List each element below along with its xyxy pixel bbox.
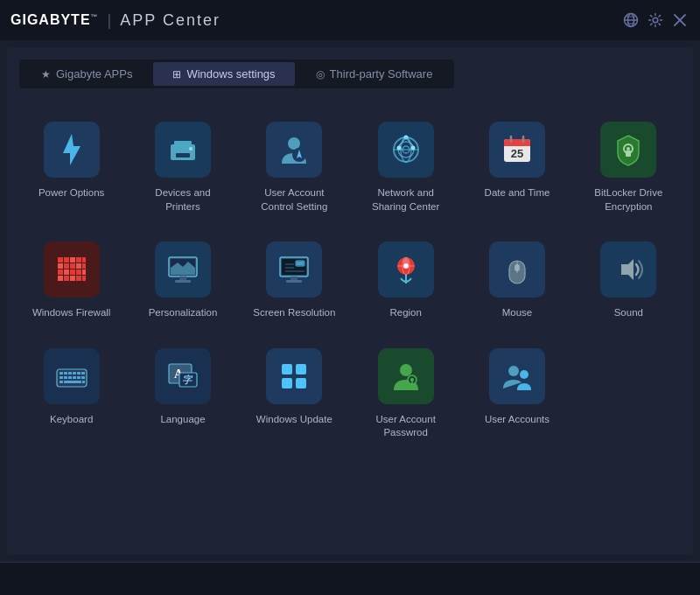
svg-rect-95 xyxy=(64,381,81,383)
bitlocker-icon xyxy=(600,122,656,178)
settings-button[interactable] xyxy=(646,10,665,30)
network-label: Network and Sharing Center xyxy=(360,186,451,214)
svg-rect-85 xyxy=(73,372,76,374)
icon-power-options[interactable]: Power Options xyxy=(19,109,123,222)
svg-rect-10 xyxy=(174,141,192,146)
title-divider: | xyxy=(108,11,112,30)
star-icon: ★ xyxy=(41,68,51,80)
icon-screen-resolution[interactable]: Screen Resolution xyxy=(242,229,346,329)
svg-rect-44 xyxy=(82,263,86,269)
devices-printers-icon xyxy=(155,122,211,178)
icon-windows-firewall[interactable]: Windows Firewall xyxy=(19,229,123,329)
icon-personalization[interactable]: Personalization xyxy=(130,229,234,329)
icon-user-accounts[interactable]: User Accounts xyxy=(465,336,569,449)
region-label: Region xyxy=(389,306,421,320)
useraccount-icon xyxy=(489,348,545,404)
svg-rect-78 xyxy=(514,264,520,271)
svg-point-12 xyxy=(189,147,192,150)
svg-point-5 xyxy=(653,18,658,23)
keyboard-label: Keyboard xyxy=(50,413,93,427)
svg-rect-28 xyxy=(504,144,530,146)
screen-resolution-label: Screen Resolution xyxy=(253,306,335,320)
svg-rect-104 xyxy=(296,364,306,374)
power-options-label: Power Options xyxy=(38,186,104,200)
personalization-icon xyxy=(155,242,211,298)
titlebar: GIGABYTE™ | APP Center xyxy=(0,0,700,40)
icon-region[interactable]: Region xyxy=(354,229,458,329)
icon-language[interactable]: A 字 Language xyxy=(130,336,234,449)
svg-rect-82 xyxy=(60,372,63,374)
svg-rect-48 xyxy=(76,270,81,275)
titlebar-controls xyxy=(621,10,690,30)
svg-rect-84 xyxy=(68,372,72,374)
mouse-label: Mouse xyxy=(502,306,533,320)
firewall-icon xyxy=(44,242,100,298)
svg-rect-47 xyxy=(70,270,75,275)
svg-rect-50 xyxy=(58,276,63,281)
power-options-icon xyxy=(44,122,100,178)
icon-devices-printers[interactable]: Devices and Printers xyxy=(130,109,234,222)
icon-network-sharing[interactable]: Network and Sharing Center xyxy=(354,109,458,222)
svg-rect-53 xyxy=(76,276,81,281)
network-icon xyxy=(378,122,434,178)
svg-rect-90 xyxy=(68,376,72,379)
globe-button[interactable] xyxy=(621,10,640,30)
svg-rect-105 xyxy=(282,378,292,388)
icon-mouse[interactable]: Mouse xyxy=(465,229,569,329)
screen-resolution-icon xyxy=(266,242,322,298)
svg-rect-83 xyxy=(64,372,67,374)
svg-marker-8 xyxy=(63,134,80,165)
svg-rect-40 xyxy=(58,263,63,269)
svg-rect-92 xyxy=(77,376,80,379)
uac-icon xyxy=(266,122,322,178)
grid-icon: ⊞ xyxy=(172,68,181,80)
svg-rect-66 xyxy=(297,262,304,265)
icon-bitlocker[interactable]: BitLocker Drive Encryption xyxy=(577,109,681,222)
svg-rect-38 xyxy=(76,257,81,262)
language-label: Language xyxy=(160,413,205,427)
svg-marker-79 xyxy=(621,259,634,280)
region-icon xyxy=(378,242,434,298)
svg-rect-46 xyxy=(64,270,69,275)
svg-point-74 xyxy=(403,263,409,269)
circle-icon: ◎ xyxy=(316,68,325,80)
userpass-label: User Account Passwrod xyxy=(360,413,451,440)
svg-rect-91 xyxy=(73,376,76,379)
firewall-label: Windows Firewall xyxy=(32,306,110,320)
windows-update-icon xyxy=(266,348,322,404)
tab-gigabyte-apps[interactable]: ★ Gigabyte APPs xyxy=(22,62,151,86)
svg-rect-103 xyxy=(282,364,292,374)
tab-third-party[interactable]: ◎ Third-party Software xyxy=(297,62,452,86)
tab-bar: ★ Gigabyte APPs ⊞ Windows settings ◎ Thi… xyxy=(19,60,454,88)
svg-rect-93 xyxy=(81,376,85,379)
svg-rect-86 xyxy=(77,372,80,374)
keyboard-icon xyxy=(44,348,100,404)
svg-rect-63 xyxy=(286,280,302,283)
svg-rect-89 xyxy=(64,376,67,379)
brand-logo: GIGABYTE™ xyxy=(10,12,99,28)
svg-rect-87 xyxy=(81,372,85,374)
icon-windows-update[interactable]: Windows Update xyxy=(242,336,346,449)
svg-rect-11 xyxy=(176,153,190,158)
icon-sound[interactable]: Sound xyxy=(577,229,681,329)
icon-user-account-password[interactable]: User Account Passwrod xyxy=(354,336,458,449)
sound-icon xyxy=(600,242,656,298)
svg-rect-43 xyxy=(76,263,81,269)
tab-windows-settings[interactable]: ⊞ Windows settings xyxy=(153,62,294,86)
svg-point-34 xyxy=(626,147,630,150)
svg-rect-42 xyxy=(70,263,75,269)
sound-label: Sound xyxy=(614,306,643,320)
svg-rect-52 xyxy=(70,276,75,281)
useraccount-label: User Accounts xyxy=(485,413,550,427)
titlebar-left: GIGABYTE™ | APP Center xyxy=(10,11,220,30)
icon-date-time[interactable]: 25 Date and Time xyxy=(465,109,569,222)
language-icon: A 字 xyxy=(155,348,211,404)
svg-point-13 xyxy=(288,137,300,150)
icon-keyboard[interactable]: Keyboard xyxy=(19,336,123,449)
close-button[interactable] xyxy=(670,10,690,30)
svg-point-107 xyxy=(400,364,412,376)
svg-rect-39 xyxy=(82,257,86,262)
mouse-icon xyxy=(489,242,545,298)
icon-user-account-control[interactable]: User Account Control Setting xyxy=(242,109,346,222)
svg-rect-49 xyxy=(82,270,86,275)
